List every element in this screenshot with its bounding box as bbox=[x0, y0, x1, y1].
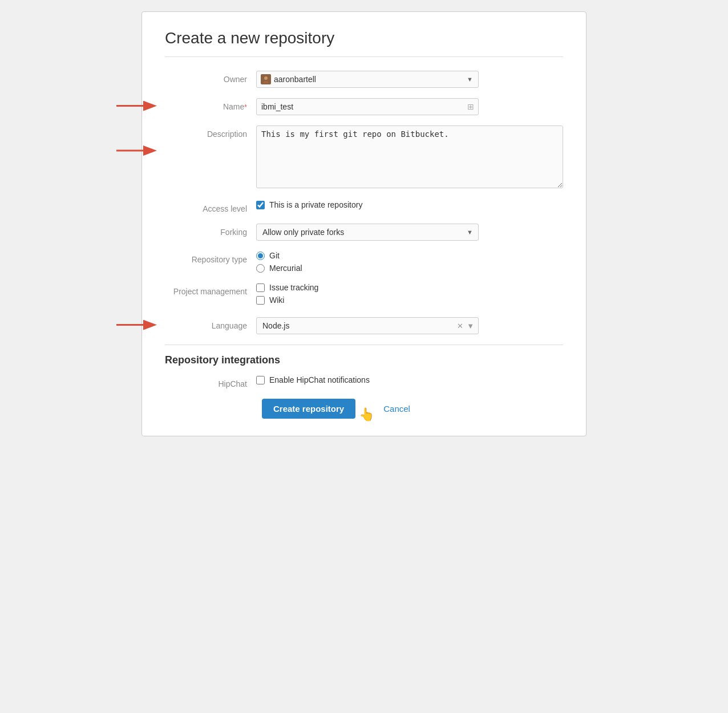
page-title: Create a new repository bbox=[165, 29, 563, 47]
git-radio-row: Git bbox=[256, 251, 563, 260]
owner-label: Owner bbox=[165, 71, 256, 84]
private-repo-label[interactable]: This is a private repository bbox=[269, 200, 362, 209]
section-divider bbox=[165, 345, 563, 345]
name-input-wrapper: ⊞ bbox=[256, 98, 479, 115]
language-control: Node.js Python Java JavaScript Ruby PHP … bbox=[256, 317, 563, 334]
language-select[interactable]: Node.js Python Java JavaScript Ruby PHP … bbox=[256, 317, 479, 334]
create-repository-button[interactable]: Create repository bbox=[262, 399, 355, 419]
create-repo-form: Create a new repository Owner aaronbarte… bbox=[141, 11, 587, 436]
repo-type-row: Repository type Git Mercurial bbox=[165, 251, 563, 273]
divider bbox=[165, 56, 563, 57]
forking-select[interactable]: Allow only private forks Allow all forks… bbox=[256, 224, 479, 241]
name-arrow-svg bbox=[114, 98, 162, 114]
project-mgmt-control: Issue tracking Wiki bbox=[256, 283, 563, 307]
hipchat-control: Enable HipChat notifications bbox=[256, 375, 563, 387]
description-label: Description bbox=[165, 125, 256, 139]
owner-select[interactable]: aaronbartell bbox=[256, 71, 479, 88]
owner-control: aaronbartell ▼ bbox=[256, 71, 563, 88]
name-control: ⊞ bbox=[256, 98, 563, 115]
cursor-hand-icon: 👆 bbox=[359, 407, 374, 422]
issue-tracking-label[interactable]: Issue tracking bbox=[269, 283, 318, 292]
language-row: Language Node.js Python Java JavaScript … bbox=[165, 317, 563, 334]
wiki-checkbox[interactable] bbox=[256, 296, 265, 305]
wiki-label[interactable]: Wiki bbox=[269, 295, 284, 305]
project-mgmt-row: Project management Issue tracking Wiki bbox=[165, 283, 563, 307]
description-arrow-svg bbox=[114, 143, 162, 159]
owner-row: Owner aaronbartell ▼ bbox=[165, 71, 563, 88]
forking-label: Forking bbox=[165, 224, 256, 237]
language-select-wrapper: Node.js Python Java JavaScript Ruby PHP … bbox=[256, 317, 479, 334]
mercurial-radio[interactable] bbox=[256, 264, 265, 273]
access-level-row: Access level This is a private repositor… bbox=[165, 200, 563, 213]
forking-row: Forking Allow only private forks Allow a… bbox=[165, 224, 563, 241]
description-row: Description This is my first git repo on… bbox=[165, 125, 563, 190]
name-input[interactable] bbox=[256, 98, 479, 115]
mercurial-radio-row: Mercurial bbox=[256, 264, 563, 273]
name-label: Name* bbox=[165, 98, 256, 111]
integrations-title: Repository integrations bbox=[165, 354, 563, 366]
language-label: Language bbox=[165, 317, 256, 330]
project-mgmt-label: Project management bbox=[165, 283, 256, 296]
issue-tracking-checkbox[interactable] bbox=[256, 283, 265, 292]
repo-type-label: Repository type bbox=[165, 251, 256, 264]
git-radio[interactable] bbox=[256, 252, 265, 260]
description-arrow-annotation bbox=[114, 143, 162, 160]
integrations-section: Repository integrations HipChat Enable H… bbox=[165, 354, 563, 388]
issue-tracking-checkbox-row: Issue tracking bbox=[256, 283, 563, 292]
hipchat-label: HipChat bbox=[165, 375, 256, 388]
repo-type-radio-group: Git Mercurial bbox=[256, 251, 563, 273]
description-textarea[interactable]: This is my first git repo on Bitbucket. bbox=[256, 125, 563, 188]
access-level-label: Access level bbox=[165, 200, 256, 213]
description-control: This is my first git repo on Bitbucket. bbox=[256, 125, 563, 190]
private-repo-checkbox-row: This is a private repository bbox=[256, 200, 563, 209]
owner-select-container: aaronbartell ▼ bbox=[256, 71, 479, 88]
git-label[interactable]: Git bbox=[269, 251, 280, 260]
forking-select-wrapper: Allow only private forks Allow all forks… bbox=[256, 224, 479, 241]
hipchat-row: HipChat Enable HipChat notifications bbox=[165, 375, 563, 388]
repo-type-control: Git Mercurial bbox=[256, 251, 563, 273]
private-repo-checkbox[interactable] bbox=[256, 201, 265, 209]
hipchat-checkbox-row: Enable HipChat notifications bbox=[256, 375, 563, 384]
language-arrow-svg bbox=[114, 317, 162, 333]
name-icon: ⊞ bbox=[467, 102, 474, 111]
actions-row: Create repository 👆 Cancel bbox=[165, 399, 563, 419]
mercurial-label[interactable]: Mercurial bbox=[269, 264, 302, 273]
name-arrow-annotation bbox=[114, 98, 162, 116]
hipchat-checkbox[interactable] bbox=[256, 376, 265, 384]
forking-control: Allow only private forks Allow all forks… bbox=[256, 224, 563, 241]
cancel-button[interactable]: Cancel bbox=[383, 404, 410, 414]
hipchat-checkbox-label[interactable]: Enable HipChat notifications bbox=[269, 375, 370, 384]
name-row: Name* ⊞ bbox=[165, 98, 563, 115]
access-level-control: This is a private repository bbox=[256, 200, 563, 212]
wiki-checkbox-row: Wiki bbox=[256, 295, 563, 305]
language-arrow-annotation bbox=[114, 317, 162, 335]
